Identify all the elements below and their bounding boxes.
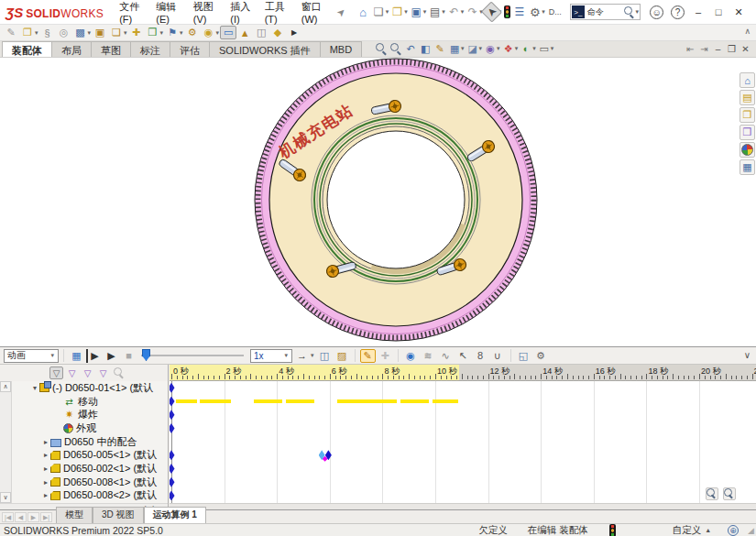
playback-mode-dropdown-icon[interactable]: ▾ bbox=[311, 352, 314, 359]
document-tab[interactable]: 运动算例 1 bbox=[144, 507, 206, 523]
commandmanager-tab[interactable]: 草图 bbox=[91, 41, 131, 57]
expander-icon[interactable]: ▾ bbox=[30, 384, 39, 392]
contact-icon[interactable]: ∪ bbox=[490, 349, 506, 363]
customize-arrow-icon[interactable]: ▲ bbox=[705, 527, 711, 533]
component-pattern-icon[interactable]: ▩ bbox=[72, 26, 89, 39]
custom-properties-icon[interactable]: ▦ bbox=[740, 159, 755, 175]
menu-item[interactable]: 窗口(W) bbox=[295, 0, 334, 28]
zoom-selected-icon[interactable] bbox=[112, 366, 126, 379]
study-type-dropdown-icon[interactable]: ▾ bbox=[50, 352, 54, 359]
assembly-model[interactable]: 机械充电站 bbox=[0, 58, 756, 346]
commandmanager-tab[interactable]: 布局 bbox=[51, 41, 92, 57]
toolbar-overflow-icon[interactable]: ▶ bbox=[286, 26, 302, 39]
previous-view-icon[interactable]: ↶ bbox=[403, 42, 418, 56]
motor-icon[interactable]: ◉ bbox=[403, 349, 419, 363]
animation-wizard-icon[interactable]: ▨ bbox=[334, 349, 350, 363]
rebuild-traffic-light-icon[interactable] bbox=[502, 5, 511, 19]
keyframe-diamond[interactable] bbox=[170, 397, 175, 407]
filter-animated-icon[interactable]: ▽ bbox=[65, 366, 79, 379]
study-type-select[interactable]: 动画▾ bbox=[4, 349, 59, 363]
tree-item[interactable]: ▸D0650-008<2> (默认 bbox=[12, 489, 168, 503]
search-input[interactable]: 命令 bbox=[586, 6, 624, 18]
motion-settings-gear-icon[interactable]: ⚙ bbox=[533, 349, 549, 363]
timeline-zoom-out-icon[interactable] bbox=[723, 487, 736, 500]
tree-item[interactable]: ▾(-) D0650-01<1> (默认 bbox=[12, 381, 168, 395]
tree-item[interactable]: 爆炸 bbox=[12, 408, 168, 421]
minimize-window-icon[interactable]: – bbox=[688, 5, 708, 19]
change-bar[interactable] bbox=[337, 399, 397, 403]
expander-icon[interactable]: ▸ bbox=[41, 478, 50, 487]
tree-item[interactable]: 外观 bbox=[12, 421, 168, 435]
tab-nav-icon[interactable]: ◀ bbox=[15, 512, 27, 522]
measure-icon[interactable]: ▭ bbox=[220, 26, 236, 39]
gear-mate-icon[interactable]: ⚙ bbox=[184, 26, 201, 39]
expander-icon[interactable]: ▸ bbox=[41, 451, 50, 459]
save-icon[interactable]: ▣ bbox=[409, 5, 424, 19]
tree-item[interactable]: 移动 bbox=[12, 395, 168, 409]
change-bar[interactable] bbox=[400, 399, 429, 403]
timeline-ruler[interactable]: 0 秒2 秒4 秒6 秒8 秒10 秒12 秒14 秒16 秒18 秒20 秒2… bbox=[170, 365, 756, 381]
calculate-icon[interactable]: ▦ bbox=[69, 349, 84, 363]
insert-part-icon[interactable]: ❒ bbox=[145, 26, 161, 39]
timeline-position-slider[interactable] bbox=[141, 349, 244, 362]
add-update-key-icon[interactable]: ✚ bbox=[378, 349, 393, 363]
spring-icon[interactable]: ≋ bbox=[421, 349, 436, 363]
edit-component-icon[interactable]: ▣ bbox=[92, 26, 108, 39]
menu-item[interactable]: 视图(V) bbox=[187, 0, 225, 28]
tab-nav-icon[interactable]: |◀ bbox=[2, 512, 14, 522]
playback-mode-icon[interactable]: → bbox=[294, 349, 310, 363]
play-from-start-icon[interactable]: ▶ bbox=[86, 349, 102, 363]
change-bar[interactable] bbox=[286, 399, 314, 403]
new-document-icon[interactable]: ❏ bbox=[371, 5, 387, 19]
expander-icon[interactable]: ▸ bbox=[41, 465, 50, 473]
document-tab[interactable]: 模型 bbox=[56, 507, 93, 523]
change-bar[interactable] bbox=[176, 399, 197, 403]
keyframe-diamond[interactable] bbox=[170, 477, 175, 487]
force-icon[interactable]: ↖ bbox=[455, 349, 471, 363]
keyframe-diamond[interactable] bbox=[170, 383, 175, 393]
change-bar[interactable] bbox=[200, 399, 231, 403]
doc-close-icon[interactable]: ✕ bbox=[739, 42, 752, 55]
stop-icon[interactable]: ■ bbox=[121, 349, 137, 363]
keyframe-diamond[interactable] bbox=[170, 464, 175, 474]
display-style-icon[interactable]: ◪ bbox=[466, 42, 480, 56]
expander-icon[interactable]: ▸ bbox=[41, 438, 50, 446]
commandmanager-tab[interactable]: 装配体 bbox=[2, 41, 52, 57]
graphics-area[interactable]: 机械充电站 bbox=[0, 58, 756, 346]
filter-selected-icon[interactable]: ▽ bbox=[96, 366, 110, 379]
zoom-area-icon[interactable] bbox=[389, 42, 403, 56]
pin-menu-icon[interactable]: ➤ bbox=[334, 5, 349, 19]
camera-snapshot-icon[interactable]: ◫ bbox=[253, 26, 269, 39]
keyframe-diamond[interactable] bbox=[170, 450, 175, 460]
slider-thumb[interactable] bbox=[142, 349, 150, 361]
menu-item[interactable]: 工具(T) bbox=[258, 0, 295, 28]
tree-item[interactable]: ▸D0650-002<1> (默认 bbox=[12, 462, 168, 476]
autokey-icon[interactable]: ✎ bbox=[360, 349, 376, 363]
save-animation-icon[interactable]: ◫ bbox=[317, 349, 333, 363]
tree-item[interactable]: ▸D0650 中的配合 bbox=[12, 435, 168, 449]
status-customize[interactable]: 自定义 bbox=[673, 524, 702, 536]
no-filter-icon[interactable]: ▽ bbox=[49, 366, 63, 379]
commandmanager-tab[interactable]: SOLIDWORKS 插件 bbox=[209, 41, 321, 57]
commandmanager-tab[interactable]: 评估 bbox=[170, 41, 210, 57]
search-box[interactable]: >_ 命令 ▾ bbox=[570, 4, 641, 20]
hide-show-items-icon[interactable]: ◉ bbox=[483, 42, 498, 56]
keyframe-diamond[interactable] bbox=[170, 490, 175, 500]
save-as-icon[interactable]: ❏ bbox=[108, 26, 125, 39]
mate-icon[interactable]: § bbox=[39, 26, 56, 39]
change-bar[interactable] bbox=[254, 399, 282, 403]
commandmanager-tab[interactable]: MBD bbox=[320, 41, 362, 57]
zoom-fit-icon[interactable] bbox=[374, 42, 389, 56]
menu-item[interactable]: 编辑(E) bbox=[149, 0, 187, 28]
playback-speed-select[interactable]: 1x▾ bbox=[250, 349, 292, 363]
scroll-up-icon[interactable]: ∧ bbox=[0, 381, 11, 392]
globe-icon[interactable]: ⊕ bbox=[728, 525, 739, 536]
gravity-icon[interactable]: 8 bbox=[473, 349, 488, 363]
home-icon[interactable]: ⌂ bbox=[356, 5, 371, 19]
change-bar[interactable] bbox=[433, 399, 458, 403]
view-palette-icon[interactable]: ❒ bbox=[740, 125, 755, 140]
doc-minimize-icon[interactable]: – bbox=[711, 42, 725, 55]
commandmanager-tab[interactable]: 标注 bbox=[130, 41, 170, 57]
timeline-content[interactable] bbox=[170, 381, 756, 503]
insert-component-icon[interactable]: ❐ bbox=[19, 26, 36, 39]
